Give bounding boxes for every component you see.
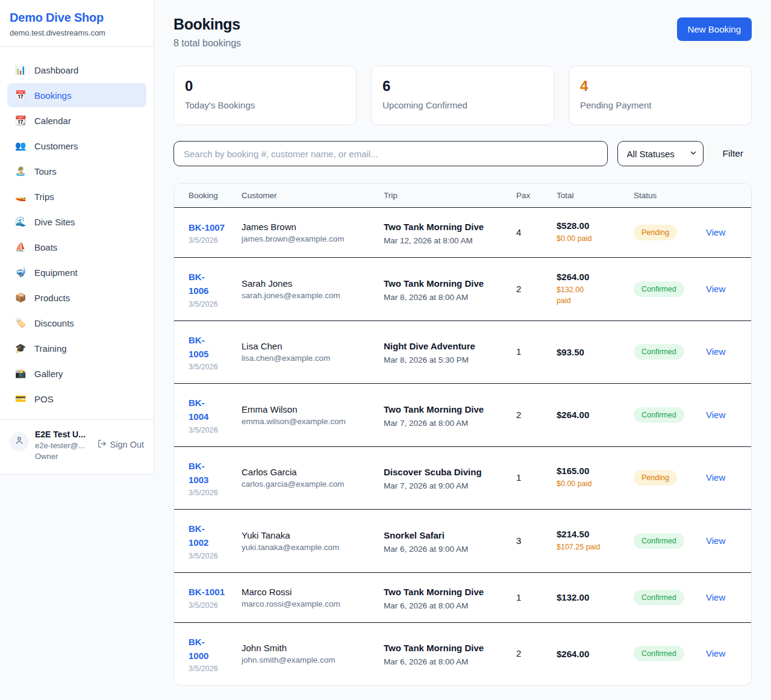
stat-card-today-s-bookings: 0 Today's Bookings: [173, 66, 357, 125]
view-link[interactable]: View: [706, 592, 725, 602]
sign-out-icon: [98, 439, 107, 450]
booking-date: 3/5/2026: [189, 300, 237, 308]
booking-id-link[interactable]: BK-1007: [189, 220, 225, 234]
sign-out-label: Sign Out: [110, 440, 144, 449]
customer-name: Marco Rossi: [242, 587, 379, 597]
sidebar-item-calendar[interactable]: 📆 Calendar: [7, 108, 146, 133]
sidebar-item-boats[interactable]: ⛵ Boats: [7, 235, 146, 259]
paid-amount: $132.00 paid: [557, 284, 629, 307]
table-row: BK- 1002 3/5/2026 Yuki Tanaka yuki.tanak…: [174, 510, 751, 573]
booking-date: 3/5/2026: [189, 489, 237, 497]
table-row: BK- 1005 3/5/2026 Lisa Chen lisa.chen@ex…: [174, 320, 751, 384]
trip-datetime: Mar 6, 2026 at 8:00 AM: [384, 657, 511, 666]
trip-name: Two Tank Morning Dive: [384, 641, 490, 655]
sidebar-item-trips[interactable]: 🚤 Trips: [7, 184, 146, 208]
sidebar-item-pos[interactable]: 💳 POS: [7, 387, 146, 411]
status-badge: Confirmed: [634, 533, 684, 549]
customer-email: lisa.chen@example.com: [242, 354, 379, 363]
booking-id-link[interactable]: BK- 1000: [189, 635, 208, 663]
sidebar-item-label: Products: [34, 293, 70, 303]
trip-name: Two Tank Morning Dive: [384, 402, 490, 417]
avatar: [10, 432, 29, 451]
pos-icon: 💳: [14, 393, 27, 404]
sidebar-item-dive-sites[interactable]: 🌊 Dive Sites: [7, 210, 146, 234]
new-booking-button[interactable]: New Booking: [677, 17, 752, 41]
user-email: e2e-tester@...: [35, 441, 86, 450]
booking-date: 3/5/2026: [189, 236, 237, 245]
total-amount: $264.00: [557, 649, 629, 659]
user-name: E2E Test U...: [35, 430, 86, 439]
view-link[interactable]: View: [706, 410, 725, 420]
trip-name: Two Tank Morning Dive: [384, 585, 490, 599]
stat-card-upcoming-confirmed: 6 Upcoming Confirmed: [371, 66, 554, 125]
stat-value: 4: [580, 78, 740, 95]
status-badge: Confirmed: [634, 407, 684, 423]
page-header: Bookings 8 total bookings New Booking: [173, 16, 752, 49]
table-header-row: Booking Customer Trip Pax Total Status: [174, 184, 751, 208]
sidebar-item-dashboard[interactable]: 📊 Dashboard: [7, 58, 146, 82]
total-amount: $264.00: [557, 272, 629, 282]
sidebar-item-customers[interactable]: 👥 Customers: [7, 134, 146, 158]
pax-count: 2: [516, 648, 521, 658]
sidebar-item-label: Boats: [34, 242, 57, 252]
trip-name: Snorkel Safari: [384, 528, 490, 543]
status-select[interactable]: All Statuses: [617, 141, 704, 166]
booking-id-link[interactable]: BK-1001: [189, 585, 225, 599]
col-header-actions: [706, 184, 751, 208]
booking-id-link[interactable]: BK- 1003: [189, 459, 208, 487]
sidebar-item-equipment[interactable]: 🤿 Equipment: [7, 260, 146, 284]
stat-value: 6: [382, 78, 543, 95]
view-link[interactable]: View: [706, 284, 725, 294]
sidebar-item-tours[interactable]: 🏝️ Tours: [7, 159, 146, 183]
sidebar-item-training[interactable]: 🎓 Training: [7, 336, 146, 360]
sidebar-item-label: Equipment: [34, 267, 78, 278]
sidebar-header: Demo Dive Shop demo.test.divestreams.com: [0, 0, 154, 47]
trip-datetime: Mar 8, 2026 at 8:00 AM: [384, 293, 511, 302]
table-row: BK-1001 3/5/2026 Marco Rossi marco.rossi…: [174, 572, 751, 622]
total-amount: $93.50: [557, 347, 629, 357]
sign-out-button[interactable]: Sign Out: [98, 439, 144, 450]
pax-count: 1: [516, 346, 521, 357]
view-link[interactable]: View: [706, 227, 725, 237]
trip-datetime: Mar 7, 2026 at 9:00 AM: [384, 481, 511, 490]
booking-id-link[interactable]: BK- 1005: [189, 333, 208, 361]
search-input[interactable]: [173, 141, 608, 166]
col-header-total: Total: [557, 184, 634, 208]
sidebar-item-discounts[interactable]: 🏷️ Discounts: [7, 311, 146, 335]
stat-card-pending-payment: 4 Pending Payment: [569, 66, 752, 125]
total-amount: $264.00: [557, 410, 629, 420]
filter-button[interactable]: Filter: [723, 148, 743, 159]
trip-name: Night Dive Adventure: [384, 339, 490, 354]
booking-id-link[interactable]: BK- 1002: [189, 522, 208, 550]
booking-id-link[interactable]: BK- 1004: [189, 396, 208, 424]
main-content: Bookings 8 total bookings New Booking 0 …: [154, 0, 771, 700]
sidebar-item-bookings[interactable]: 📅 Bookings: [7, 83, 146, 107]
dashboard-icon: 📊: [14, 64, 27, 75]
stat-label: Today's Bookings: [185, 100, 345, 110]
total-amount: $528.00: [557, 220, 629, 231]
status-badge: Confirmed: [634, 646, 684, 661]
pax-count: 2: [516, 410, 521, 420]
status-select-wrap: All Statuses: [617, 141, 704, 166]
view-link[interactable]: View: [706, 346, 725, 357]
booking-id-link[interactable]: BK- 1006: [189, 270, 208, 298]
trip-datetime: Mar 6, 2026 at 8:00 AM: [384, 601, 511, 610]
calendar-icon: 📆: [14, 115, 27, 126]
status-badge: Confirmed: [634, 590, 684, 605]
total-amount: $132.00: [557, 592, 629, 602]
table-row: BK-1007 3/5/2026 James Brown james.brown…: [174, 208, 751, 258]
status-badge: Pending: [634, 470, 677, 486]
trip-name: Two Tank Morning Dive: [384, 220, 490, 234]
pax-count: 3: [516, 536, 521, 546]
sidebar-item-label: Customers: [34, 141, 78, 151]
trip-name: Two Tank Morning Dive: [384, 277, 490, 291]
view-link[interactable]: View: [706, 472, 725, 483]
customers-icon: 👥: [14, 140, 27, 151]
view-link[interactable]: View: [706, 536, 725, 546]
sidebar-item-products[interactable]: 📦 Products: [7, 286, 146, 310]
sidebar-item-label: POS: [34, 394, 54, 404]
sidebar-item-label: Dive Sites: [34, 217, 75, 227]
view-link[interactable]: View: [706, 648, 725, 658]
customer-name: Yuki Tanaka: [242, 530, 379, 540]
sidebar-item-gallery[interactable]: 📸 Gallery: [7, 361, 146, 386]
